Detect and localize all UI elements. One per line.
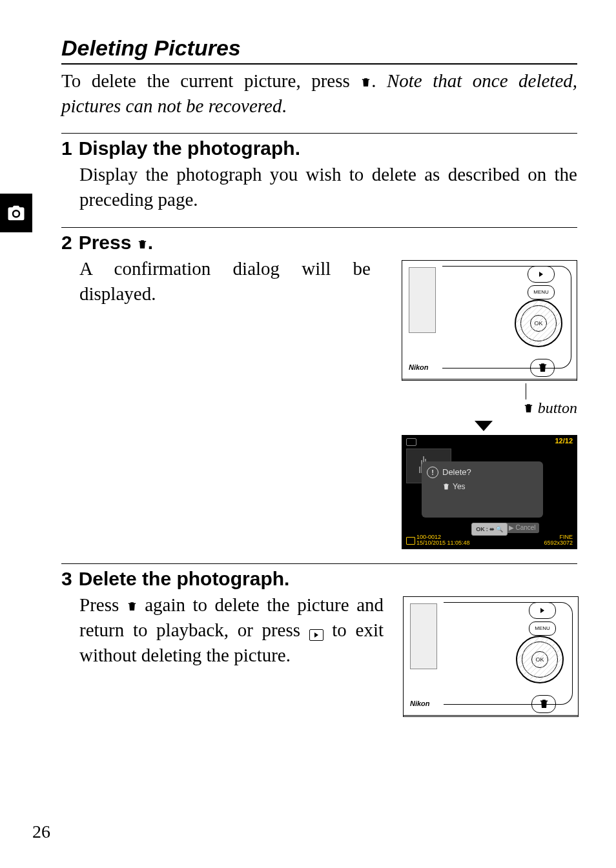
image-counter: 12/12 (555, 437, 573, 445)
arrow-down-icon (475, 421, 493, 431)
warning-icon: ! (427, 467, 438, 478)
datetime: 15/10/2015 11:05:48 (416, 540, 470, 546)
camera-back-figure: MENU OK Nikon (403, 596, 579, 717)
delete-dialog-figure: 12/12 ! Delete? Yes (402, 435, 577, 549)
page-number: 26 (32, 822, 50, 842)
intro-paragraph: To delete the current picture, press . N… (61, 68, 577, 119)
step-title: Press . (79, 232, 153, 254)
step-body: A confirmation dialog will be displayed. (79, 256, 371, 549)
ok-hint: OK:⬌🔍 (471, 523, 508, 536)
cancel-option: ▶Cancel (506, 523, 539, 533)
playback-button-icon (528, 266, 555, 283)
camera-icon (6, 203, 26, 223)
trash-button-icon (531, 695, 556, 713)
sidebar-tab-camera-icon (0, 194, 32, 232)
step-title: Display the photograph. (79, 137, 300, 159)
trash-icon (137, 238, 148, 250)
camera-back-figure: MENU OK Nikon (402, 260, 577, 381)
trash-icon (523, 402, 534, 414)
step-1: 1 Display the photograph. Display the ph… (61, 133, 577, 212)
yes-label: Yes (453, 482, 466, 491)
step-3: 3 Delete the photograph. Press again to … (61, 563, 577, 720)
playback-icon (309, 629, 323, 641)
step-2: 2 Press . A confirmation dialog will be … (61, 227, 577, 549)
multi-selector-icon: OK (515, 299, 562, 347)
trash-button-icon (530, 359, 555, 377)
step-num: 3 (61, 568, 72, 590)
delete-label: Delete? (442, 467, 471, 477)
caption-text: button (534, 399, 577, 416)
step-title: Delete the photograph. (79, 568, 290, 590)
intro-before: To delete the current picture, press (61, 70, 360, 91)
ok-text: OK (476, 526, 485, 532)
card-icon (406, 537, 415, 545)
step-body: Press again to delete the picture and re… (79, 592, 384, 668)
figure-caption: button (390, 399, 577, 417)
intro-plain: . (371, 70, 387, 91)
trash-icon (360, 76, 371, 88)
ok-button-icon: OK (531, 651, 548, 668)
ok-button-icon: OK (530, 315, 547, 332)
size-info: FINE 6592x3072 (544, 534, 573, 546)
title-rule (61, 63, 577, 65)
brand-text: Nikon (410, 700, 430, 707)
menu-button-icon: MENU (528, 285, 555, 299)
cancel-label: Cancel (515, 524, 535, 531)
step-body: Display the photograph you wish to delet… (79, 162, 577, 212)
brand-text: Nikon (409, 363, 429, 371)
body-a: Press (79, 594, 127, 615)
camera-mode-icon (406, 438, 416, 446)
size-code: 6592x3072 (544, 540, 573, 546)
trash-icon (127, 600, 138, 612)
yes-option: Yes (442, 482, 538, 491)
step-num: 2 (61, 232, 72, 254)
step-num: 1 (61, 137, 72, 159)
intro-end: . (282, 96, 286, 116)
menu-button-icon: MENU (529, 621, 556, 636)
file-info: 100-0012 15/10/2015 11:05:48 (416, 534, 470, 546)
section-title: Deleting Pictures (61, 35, 577, 61)
step-title-after: . (148, 232, 153, 253)
trash-icon (442, 483, 450, 490)
playback-button-icon (529, 602, 556, 619)
multi-selector-icon: OK (516, 636, 564, 683)
step-title-before: Press (79, 232, 137, 253)
